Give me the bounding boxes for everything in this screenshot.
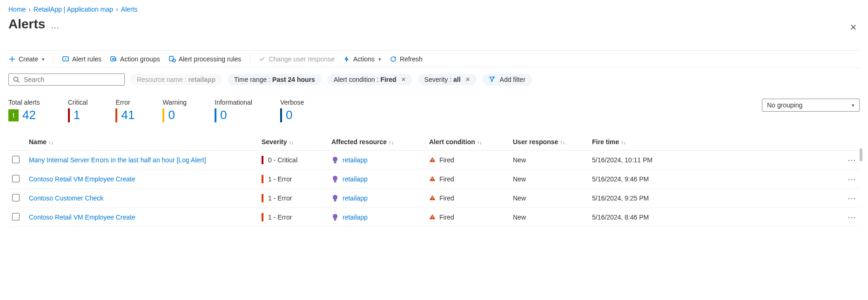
- severity-text: 1 - Error: [268, 194, 292, 202]
- col-name[interactable]: Name↑↓: [25, 133, 258, 151]
- row-checkbox[interactable]: [12, 156, 20, 163]
- filter-severity-remove-icon[interactable]: ✕: [465, 76, 470, 83]
- processing-rules-button[interactable]: Alert processing rules: [168, 55, 242, 63]
- filter-resource-label: Resource name :: [137, 76, 187, 83]
- severity-bar-icon: [262, 213, 263, 221]
- alert-name-link[interactable]: Contoso Customer Check: [29, 194, 103, 202]
- processing-rules-label: Alert processing rules: [179, 55, 242, 63]
- breadcrumb-alerts[interactable]: Alerts: [121, 6, 138, 13]
- alert-rules-button[interactable]: Alert rules: [62, 55, 101, 63]
- col-fire-time[interactable]: Fire time↑↓: [588, 133, 841, 151]
- card-critical[interactable]: Critical 1: [68, 99, 88, 122]
- svg-point-4: [14, 77, 18, 81]
- card-verbose[interactable]: Verbose 0: [280, 99, 304, 122]
- add-filter-button[interactable]: Add filter: [482, 74, 532, 86]
- sort-icon: ↑↓: [621, 140, 626, 145]
- condition-text: Fired: [439, 156, 454, 164]
- breadcrumb-home[interactable]: Home: [8, 6, 26, 13]
- col-response[interactable]: User response↑↓: [509, 133, 588, 151]
- toolbar-separator: [53, 54, 54, 64]
- title-more-icon[interactable]: ⋯: [51, 22, 59, 33]
- svg-rect-16: [432, 218, 432, 218]
- alert-badge-icon: [8, 109, 19, 121]
- card-warning[interactable]: Warning 0: [162, 99, 187, 122]
- severity-bar-icon: [215, 108, 216, 122]
- card-info-value: 0: [220, 108, 227, 122]
- svg-rect-13: [432, 199, 432, 199]
- filter-time-label: Time range :: [234, 76, 270, 83]
- refresh-button[interactable]: Refresh: [390, 55, 423, 63]
- filter-cond-remove-icon[interactable]: ✕: [401, 76, 406, 83]
- sort-icon: ↑↓: [560, 140, 565, 145]
- warning-triangle-icon: [429, 213, 436, 221]
- row-checkbox[interactable]: [12, 213, 20, 220]
- chevron-down-icon: ▾: [378, 56, 381, 62]
- svg-rect-5: [334, 162, 336, 164]
- alert-rules-label: Alert rules: [72, 55, 101, 63]
- severity-text: 0 - Critical: [268, 156, 297, 164]
- breadcrumb-sep: ›: [28, 6, 31, 13]
- svg-rect-12: [432, 197, 432, 199]
- severity-text: 1 - Error: [268, 175, 292, 183]
- scrollbar-thumb[interactable]: [860, 148, 862, 161]
- alert-name-link[interactable]: Contoso Retail VM Employee Create: [29, 213, 135, 221]
- user-response-text: New: [513, 156, 526, 164]
- create-button[interactable]: Create ▾: [8, 55, 45, 63]
- insights-icon: [331, 156, 339, 164]
- resource-link[interactable]: retailapp: [343, 213, 368, 221]
- actions-button[interactable]: Actions ▾: [343, 55, 381, 63]
- card-error-label: Error: [115, 99, 135, 106]
- breadcrumb-appmap[interactable]: RetailApp | Application map: [34, 6, 113, 13]
- svg-rect-6: [432, 159, 432, 160]
- resource-link[interactable]: retailapp: [343, 175, 368, 183]
- row-checkbox[interactable]: [12, 194, 20, 201]
- filter-severity-value: all: [453, 76, 461, 83]
- page-title: Alerts: [8, 17, 45, 32]
- grouping-select[interactable]: No grouping ▾: [762, 99, 860, 112]
- col-severity[interactable]: Severity↑↓: [258, 133, 328, 151]
- row-more-icon[interactable]: ⋯: [841, 208, 860, 227]
- resource-link[interactable]: retailapp: [343, 194, 368, 202]
- search-input[interactable]: [8, 73, 125, 86]
- filter-time-value: Past 24 hours: [272, 76, 315, 83]
- search-field[interactable]: [23, 75, 121, 84]
- row-more-icon[interactable]: ⋯: [841, 170, 860, 189]
- lightning-icon: [343, 55, 350, 63]
- filter-alert-condition[interactable]: Alert condition : Fired ✕: [327, 74, 412, 85]
- grouping-value: No grouping: [767, 101, 802, 109]
- search-icon: [13, 76, 20, 83]
- card-info-label: Informational: [215, 99, 252, 106]
- filter-severity[interactable]: Severity : all ✕: [418, 74, 477, 85]
- card-total-value: 42: [22, 108, 36, 122]
- sort-icon: ↑↓: [48, 140, 54, 145]
- warning-triangle-icon: [429, 156, 436, 164]
- col-condition[interactable]: Alert condition↑↓: [425, 133, 509, 151]
- alert-name-link[interactable]: Contoso Retail VM Employee Create: [29, 175, 135, 183]
- filter-time-range[interactable]: Time range : Past 24 hours: [228, 74, 322, 85]
- table-row: Many Internal Server Errors in the last …: [8, 151, 860, 170]
- card-total-alerts[interactable]: Total alerts 42: [8, 99, 40, 122]
- fire-time-text: 5/16/2024, 8:46 PM: [592, 213, 649, 221]
- card-critical-value: 1: [74, 108, 80, 122]
- col-resource[interactable]: Affected resource↑↓: [328, 133, 425, 151]
- card-warning-label: Warning: [162, 99, 187, 106]
- row-more-icon[interactable]: ⋯: [841, 151, 860, 170]
- close-icon[interactable]: ✕: [847, 20, 860, 35]
- action-groups-button[interactable]: Action groups: [110, 55, 160, 63]
- filter-severity-label: Severity :: [424, 76, 451, 83]
- severity-bar-icon: [162, 108, 164, 122]
- alert-name-link[interactable]: Many Internal Server Errors in the last …: [29, 156, 206, 164]
- user-response-text: New: [513, 194, 526, 202]
- card-error[interactable]: Error 41: [115, 99, 135, 122]
- severity-bar-icon: [68, 108, 70, 122]
- insights-icon: [331, 213, 339, 221]
- row-checkbox[interactable]: [12, 175, 20, 182]
- refresh-icon: [390, 55, 397, 63]
- card-informational[interactable]: Informational 0: [215, 99, 252, 122]
- filter-resource[interactable]: Resource name : retailapp: [130, 74, 222, 85]
- sort-icon: ↑↓: [289, 140, 294, 145]
- severity-text: 1 - Error: [268, 213, 292, 221]
- row-more-icon[interactable]: ⋯: [841, 189, 860, 208]
- resource-link[interactable]: retailapp: [343, 156, 368, 164]
- svg-rect-14: [334, 220, 336, 221]
